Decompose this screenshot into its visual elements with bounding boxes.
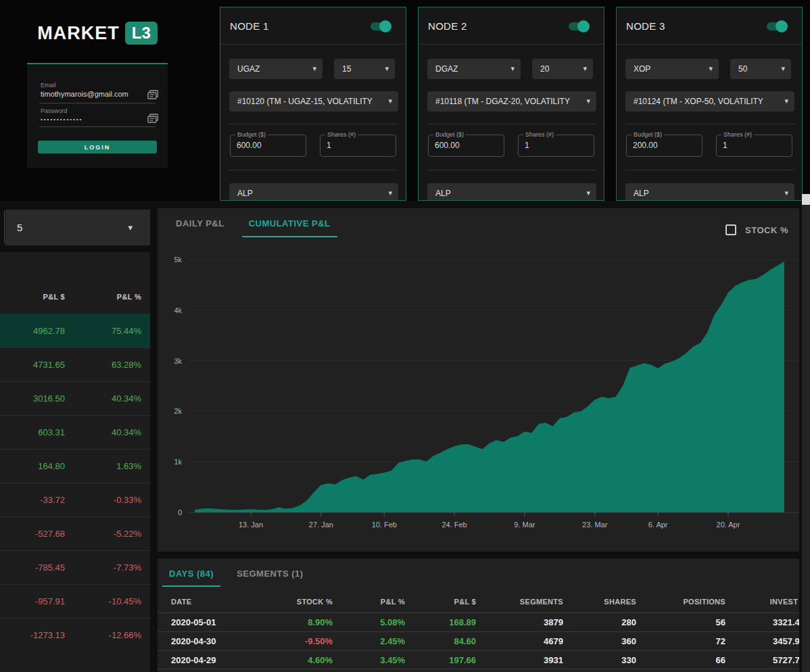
column-header: P&L $ [405, 591, 476, 613]
positions-cell: 72 [636, 632, 725, 650]
column-header: SHARES [563, 591, 636, 613]
email-label: Email [41, 82, 56, 89]
strategy-select[interactable]: #10118 (TM - DGAZ-20, VOLATILITY ▾ [427, 91, 596, 112]
budget-input-label: Budget ($) [235, 131, 268, 138]
budget-input[interactable]: Budget ($) 600.00 [428, 135, 504, 157]
budget-input[interactable]: Budget ($) 200.00 [626, 135, 702, 157]
pl-summary-header: P&L $ P&L % [0, 293, 150, 305]
chevron-down-icon: ▾ [781, 64, 785, 73]
algo-select-value: ALP [634, 189, 649, 198]
symbol-select[interactable]: DGAZ ▾ [427, 59, 521, 79]
email-field[interactable]: timothymarois@gmail.com [41, 90, 128, 98]
pl-summary-row[interactable]: -527.68-5.22% [0, 517, 150, 550]
autofill-icon [147, 90, 158, 99]
node-enable-toggle[interactable] [371, 22, 389, 30]
days-table-panel: DAYS (84)SEGMENTS (1) DATESTOCK %P&L %P&… [158, 558, 799, 672]
cumulative-pl-area [195, 262, 784, 512]
pl-usd-value: 603.31 [0, 416, 65, 449]
tab-days-84[interactable]: DAYS (84) [162, 558, 220, 587]
y-axis-tick-label: 1k [174, 458, 182, 466]
algo-select[interactable]: ALP ▾ [427, 183, 596, 201]
column-header: POSITIONS [636, 591, 725, 613]
chevron-down-icon: ▾ [709, 64, 713, 73]
level-select[interactable]: 50 ▾ [730, 59, 791, 79]
pl-summary-row[interactable]: 4731.6563.28% [0, 347, 150, 381]
segment-count-select[interactable]: 5 ▾ [5, 210, 150, 245]
divider [229, 124, 398, 124]
column-header: SEGMENTS [476, 591, 563, 613]
level-select-value: 20 [540, 64, 549, 74]
node-panel: NODE 2 DGAZ ▾ 20 ▾ #10118 (TM - DGAZ-20,… [418, 7, 604, 201]
level-select[interactable]: 20 ▾ [532, 59, 593, 79]
pl-summary-row[interactable]: -33.72-0.33% [0, 483, 150, 517]
chevron-down-icon: ▾ [385, 64, 389, 73]
symbol-select[interactable]: XOP ▾ [625, 59, 719, 79]
node-enable-toggle[interactable] [767, 22, 786, 30]
shares-input[interactable]: Shares (#) 1 [716, 135, 792, 157]
pl-pct-value: -5.22% [65, 517, 150, 550]
pl-summary-row[interactable]: 164.801.63% [0, 449, 150, 483]
level-select[interactable]: 15 ▾ [334, 59, 395, 79]
pl-usd-cell: 84.60 [405, 632, 476, 650]
column-header: INVEST $ [725, 591, 799, 613]
divider [617, 44, 802, 45]
days-table-header: DATESTOCK %P&L %P&L $SEGMENTSSHARESPOSIT… [158, 591, 799, 613]
shares-input-label: Shares (#) [721, 131, 754, 138]
pl-summary-row[interactable]: 603.3140.34% [0, 415, 150, 449]
divider [229, 170, 398, 170]
pl-summary-row[interactable]: 3016.5040.34% [0, 381, 150, 415]
day-row[interactable]: 2020-04-294.60%3.45%197.663931330665727.… [158, 650, 799, 669]
symbol-select-value: XOP [634, 64, 650, 74]
symbol-select[interactable]: UGAZ ▾ [229, 59, 323, 79]
pl-summary-row[interactable]: 4962.7875.44% [0, 314, 150, 347]
pl-summary-row[interactable]: -957.91-10.45% [0, 584, 150, 618]
day-row[interactable]: 2020-05-018.90%5.08%168.893879280563321.… [158, 613, 799, 631]
autofill-icon [147, 114, 158, 123]
pl-usd-value: -33.72 [0, 483, 65, 517]
pl-summary-row[interactable]: -785.45-7.73% [0, 550, 150, 584]
pl-pct-value: -12.66% [65, 619, 150, 652]
toggle-knob [577, 20, 590, 32]
pl-usd-value: -527.68 [0, 517, 65, 550]
pl-usd-value: 164.80 [0, 450, 65, 483]
strategy-select-value: #10120 (TM - UGAZ-15, VOLATILITY [237, 97, 373, 106]
shares-input[interactable]: Shares (#) 1 [518, 135, 594, 157]
pl-pct-value: -0.33% [65, 483, 150, 517]
column-header: STOCK % [266, 591, 333, 613]
day-row[interactable]: 2020-04-30-9.50%2.45%84.604679360723457.… [158, 631, 799, 650]
strategy-select[interactable]: #10124 (TM - XOP-50, VOLATILITY ▾ [625, 91, 794, 112]
pl-pct-value: 40.34% [65, 382, 150, 415]
shares-input-label: Shares (#) [523, 131, 556, 138]
x-axis-tick-label: 23. Mar [582, 521, 608, 529]
algo-select[interactable]: ALP ▾ [229, 183, 398, 201]
password-field[interactable]: ••••••••••••• [41, 116, 82, 122]
budget-input[interactable]: Budget ($) 600.00 [230, 135, 306, 157]
algo-select-value: ALP [237, 189, 253, 198]
column-header: P&L % [333, 591, 405, 613]
y-axis-tick-label: 0 [178, 508, 182, 517]
algo-select[interactable]: ALP ▾ [625, 183, 794, 201]
node-header: NODE 2 [419, 7, 604, 44]
scrollbar-track[interactable] [802, 194, 810, 672]
shares-input-value: 1 [327, 141, 331, 150]
x-axis-tick-label: 10. Feb [372, 521, 397, 529]
tab-segments-1[interactable]: SEGMENTS (1) [230, 558, 310, 587]
positions-cell: 66 [636, 651, 725, 669]
login-button[interactable]: LOGIN [38, 141, 157, 153]
budget-input-label: Budget ($) [433, 131, 466, 138]
date-cell: 2020-04-30 [171, 632, 266, 650]
date-cell: 2020-05-01 [171, 613, 266, 631]
divider [625, 170, 794, 170]
strategy-select[interactable]: #10120 (TM - UGAZ-15, VOLATILITY ▾ [229, 91, 398, 112]
node-enable-toggle[interactable] [569, 22, 588, 30]
cumulative-pl-area-chart[interactable]: 01k2k3k4k5k13. Jan27. Jan10. Feb24. Feb9… [158, 208, 799, 552]
level-select-value: 15 [342, 64, 351, 74]
scrollbar-thumb[interactable] [802, 194, 810, 205]
segments-cell: 3879 [476, 613, 563, 631]
divider [625, 124, 794, 124]
stock-pct-cell: 4.60% [266, 651, 333, 669]
pl-summary-row[interactable]: -1273.13-12.66% [0, 618, 150, 652]
symbol-select-value: UGAZ [237, 64, 260, 74]
shares-input[interactable]: Shares (#) 1 [320, 135, 396, 157]
x-axis-tick-label: 9. Mar [514, 521, 535, 529]
